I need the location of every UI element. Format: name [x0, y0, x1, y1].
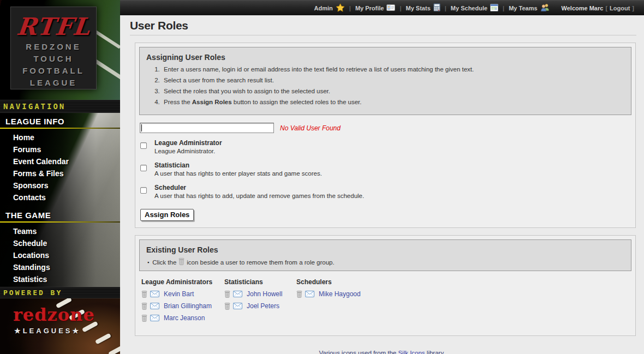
- role-description: League Administrator.: [154, 147, 631, 155]
- trash-icon[interactable]: [141, 303, 147, 310]
- topbar: Admin | My Profile | My Stats | My Sched…: [120, 0, 644, 15]
- footer-text: library.: [425, 350, 445, 354]
- user-link[interactable]: Marc Jeanson: [164, 314, 205, 322]
- assigning-box-title: Assigning User Roles: [146, 53, 625, 62]
- trash-icon[interactable]: [224, 303, 230, 310]
- instruction-step: Select a user from the search result lis…: [162, 76, 625, 85]
- separator: |: [445, 5, 446, 11]
- navigation-banner: NAVIGATION: [0, 100, 120, 113]
- group-icon: [540, 3, 550, 13]
- group-schedulers: Schedulers Mike Haygood: [296, 277, 379, 326]
- user-link[interactable]: Brian Gillingham: [164, 302, 212, 310]
- email-icon[interactable]: [150, 303, 159, 309]
- sidebar-item-teams[interactable]: Teams: [0, 225, 120, 237]
- sidebar-item-locations[interactable]: Locations: [0, 249, 120, 261]
- group-league-administrators: League Administrators Kevin Bart Brian G…: [141, 277, 224, 326]
- sidebar-item-sponsors[interactable]: Sponsors: [0, 179, 120, 191]
- user-row: Brian Gillingham: [141, 302, 224, 310]
- topbar-my-profile[interactable]: My Profile: [355, 4, 396, 12]
- trash-icon[interactable]: [141, 315, 147, 322]
- yellow-divider: [0, 128, 120, 129]
- sidebar-item-contacts[interactable]: Contacts: [0, 191, 120, 203]
- sidebar-item-statistics[interactable]: Statistics: [0, 273, 120, 285]
- yellow-divider: [0, 221, 120, 223]
- role-description: A user that has rights to add, update an…: [154, 192, 631, 200]
- rtfl-logo-line: TOUCH: [11, 53, 96, 65]
- role-name: Statistician: [154, 161, 631, 170]
- instruction-step: Select the roles that you wish to assign…: [162, 87, 625, 95]
- role-option-league-administrator: League Administrator League Administrato…: [140, 139, 631, 155]
- email-icon[interactable]: [150, 315, 159, 321]
- user-search-input[interactable]: [140, 123, 274, 133]
- separator: |: [349, 5, 351, 11]
- sidebar-item-forms-files[interactable]: Forms & Files: [0, 167, 120, 179]
- statistician-checkbox[interactable]: [140, 165, 147, 171]
- sidebar-item-forums[interactable]: Forums: [0, 143, 120, 155]
- user-link[interactable]: John Howell: [247, 290, 282, 298]
- rtfl-logo-line: FOOTBALL: [11, 65, 96, 77]
- redzone-wordmark: redzone: [13, 306, 95, 323]
- topbar-my-teams-label: My Teams: [509, 5, 537, 11]
- role-option-scheduler: Scheduler A user that has rights to add,…: [140, 184, 631, 200]
- group-statisticians: Statisticians John Howell Joel Peters: [224, 277, 296, 326]
- topbar-my-stats-label: My Stats: [406, 5, 431, 11]
- page-title: User Roles: [130, 19, 636, 32]
- email-icon[interactable]: [233, 303, 242, 309]
- sidebar-item-standings[interactable]: Standings: [0, 261, 120, 273]
- assign-roles-button[interactable]: Assign Roles: [140, 209, 194, 221]
- rtfl-logo-line: LEAGUE: [11, 77, 96, 89]
- league-administrator-checkbox[interactable]: [140, 142, 147, 149]
- page: RTFL REDZONE TOUCH FOOTBALL LEAGUE NAVIG…: [0, 0, 644, 354]
- topbar-my-teams[interactable]: My Teams: [509, 3, 549, 13]
- trash-icon[interactable]: [141, 291, 147, 298]
- sidebar-item-event-calendar[interactable]: Event Calendar: [0, 155, 120, 167]
- calendar-icon: [490, 4, 498, 13]
- sidebar: RTFL REDZONE TOUCH FOOTBALL LEAGUE NAVIG…: [0, 0, 120, 354]
- powered-by-banner: POWERED BY: [0, 287, 120, 298]
- email-icon[interactable]: [233, 291, 242, 297]
- user-link[interactable]: Kevin Bart: [164, 290, 194, 298]
- assign-roles-section: Assigning User Roles Enter a users name,…: [135, 43, 636, 228]
- sidebar-item-home[interactable]: Home: [0, 131, 120, 143]
- role-description: A user that has rights to enter player s…: [154, 170, 631, 178]
- topbar-admin[interactable]: Admin: [314, 3, 345, 13]
- main-content: User Roles Assigning User Roles Enter a …: [120, 15, 644, 354]
- user-row: Marc Jeanson: [141, 314, 224, 322]
- user-link[interactable]: Mike Haygood: [319, 290, 361, 298]
- topbar-admin-label: Admin: [314, 5, 333, 11]
- separator: |: [399, 5, 401, 11]
- topbar-my-schedule[interactable]: My Schedule: [451, 4, 498, 13]
- section-title-the-game: THE GAME: [0, 207, 120, 221]
- role-name: League Administrator: [154, 139, 631, 147]
- rtfl-logo-acronym: RTFL: [9, 13, 97, 41]
- welcome-text: Welcome Marc: [562, 5, 604, 11]
- silk-icons-link[interactable]: Silk Icons: [398, 350, 425, 354]
- separator: |: [503, 5, 504, 11]
- section-title-league-info: LEAGUE INFO: [0, 113, 120, 128]
- rtfl-logo: RTFL REDZONE TOUCH FOOTBALL LEAGUE: [10, 7, 97, 89]
- trash-icon[interactable]: [224, 291, 230, 298]
- title-divider: [130, 35, 636, 35]
- email-icon[interactable]: [150, 291, 159, 297]
- sidebar-item-schedule[interactable]: Schedule: [0, 237, 120, 249]
- user-row: Mike Haygood: [296, 290, 379, 298]
- existing-roles-header-box: Existing User Roles ▪ Click the icon bes…: [139, 239, 631, 271]
- user-link[interactable]: Joel Peters: [247, 302, 279, 310]
- user-row: Joel Peters: [224, 302, 296, 310]
- scheduler-checkbox[interactable]: [140, 187, 147, 194]
- sidebar-menu: LEAGUE INFO Home Forums Event Calendar F…: [0, 113, 120, 287]
- topbar-my-stats[interactable]: My Stats: [406, 3, 440, 13]
- user-row: John Howell: [224, 290, 296, 298]
- logout-link[interactable]: Logout: [610, 5, 630, 11]
- footer-text: Various icons used from the: [319, 350, 398, 354]
- group-title: Statisticians: [224, 278, 296, 286]
- logout-bracket: [: [605, 5, 607, 11]
- trash-icon[interactable]: [296, 291, 302, 298]
- leagues-wordmark: ★LEAGUES★: [14, 327, 81, 335]
- assigning-instructions-box: Assigning User Roles Enter a users name,…: [139, 47, 631, 115]
- user-row: Kevin Bart: [141, 290, 224, 298]
- topbar-my-schedule-label: My Schedule: [451, 5, 487, 11]
- role-option-statistician: Statistician A user that has rights to e…: [140, 161, 631, 178]
- email-icon[interactable]: [305, 291, 314, 297]
- search-status-message: No Valid User Found: [280, 124, 341, 132]
